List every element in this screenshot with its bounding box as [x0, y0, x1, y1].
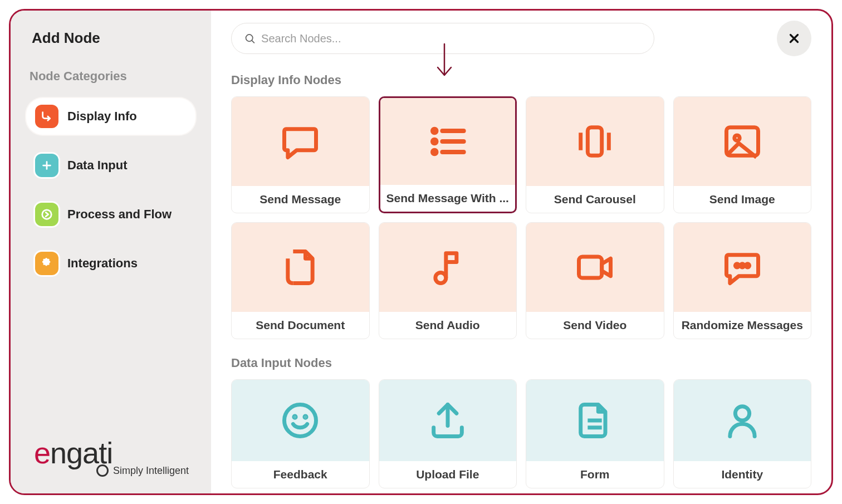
- sidebar-title: Add Node: [32, 30, 195, 47]
- svg-point-14: [294, 416, 296, 418]
- document-icon: [279, 246, 321, 288]
- node-send-image[interactable]: Send Image: [673, 96, 812, 213]
- node-label: Send Message: [232, 186, 369, 213]
- svg-point-11: [741, 264, 744, 267]
- svg-point-15: [305, 416, 306, 418]
- form-icon: [574, 399, 616, 442]
- image-icon: [721, 120, 763, 163]
- svg-rect-5: [588, 128, 602, 156]
- node-send-audio[interactable]: Send Audio: [379, 222, 517, 339]
- category-label: Display Info: [67, 109, 137, 124]
- category-data-input[interactable]: Data Input: [26, 147, 195, 184]
- node-feedback[interactable]: Feedback: [231, 379, 370, 488]
- node-label: Send Audio: [379, 312, 517, 339]
- categories-heading: Node Categories: [30, 69, 195, 84]
- node-send-carousel[interactable]: Send Carousel: [526, 96, 664, 213]
- carousel-icon: [574, 120, 616, 163]
- svg-point-16: [735, 407, 749, 420]
- music-note-icon: [427, 246, 469, 288]
- data-input-grid: Feedback Upload File Form Identity: [231, 379, 811, 488]
- node-upload-file[interactable]: Upload File: [379, 379, 517, 488]
- section-title-display-info: Display Info Nodes: [231, 73, 811, 87]
- node-label: Feedback: [232, 461, 369, 488]
- svg-point-2: [433, 129, 436, 133]
- display-info-grid: Send Message Send Message With ... Send …: [231, 96, 811, 339]
- close-button[interactable]: [777, 21, 811, 56]
- node-label: Upload File: [379, 461, 517, 488]
- brand-logo: engati Simply Intelligent: [34, 436, 189, 477]
- node-identity[interactable]: Identity: [673, 379, 812, 488]
- node-label: Send Message With ...: [380, 185, 516, 212]
- node-label: Send Image: [674, 186, 811, 213]
- puzzle-icon: [35, 252, 58, 275]
- arrow-right-icon: [35, 203, 58, 226]
- svg-point-10: [735, 264, 738, 267]
- annotation-arrow-icon: [434, 43, 455, 77]
- message-icon: [279, 120, 321, 163]
- logo-tagline: Simply Intelligent: [113, 465, 189, 477]
- main-panel: Display Info Nodes Send Message Send Mes…: [211, 11, 831, 493]
- category-label: Process and Flow: [67, 207, 172, 222]
- node-send-document[interactable]: Send Document: [231, 222, 370, 339]
- user-icon: [721, 399, 763, 442]
- node-form[interactable]: Form: [526, 379, 664, 488]
- svg-point-12: [746, 264, 749, 267]
- sidebar: Add Node Node Categories Display Info Da…: [11, 11, 211, 493]
- close-icon: [787, 31, 801, 46]
- svg-point-3: [433, 140, 436, 143]
- list-icon: [427, 120, 469, 163]
- svg-point-7: [735, 135, 740, 141]
- upload-icon: [427, 399, 469, 442]
- category-display-info[interactable]: Display Info: [26, 98, 195, 135]
- node-send-message-with-options[interactable]: Send Message With ...: [379, 96, 517, 213]
- svg-rect-9: [579, 257, 602, 278]
- node-label: Identity: [674, 461, 811, 488]
- search-icon: [244, 32, 256, 45]
- category-integrations[interactable]: Integrations: [26, 245, 195, 282]
- node-label: Send Video: [526, 312, 664, 339]
- app-frame: Add Node Node Categories Display Info Da…: [9, 9, 833, 495]
- svg-point-13: [285, 405, 316, 437]
- category-label: Data Input: [67, 158, 128, 173]
- corner-down-icon: [35, 105, 58, 128]
- svg-point-1: [246, 35, 253, 41]
- section-title-data-input: Data Input Nodes: [231, 356, 811, 370]
- node-send-message[interactable]: Send Message: [231, 96, 370, 213]
- svg-point-0: [42, 210, 52, 219]
- plus-icon: [35, 154, 58, 177]
- category-label: Integrations: [67, 256, 138, 271]
- node-send-video[interactable]: Send Video: [526, 222, 664, 339]
- node-label: Form: [526, 461, 664, 488]
- category-process-flow[interactable]: Process and Flow: [26, 196, 195, 233]
- node-randomize-messages[interactable]: Randomize Messages: [673, 222, 812, 339]
- node-label: Send Document: [232, 312, 369, 339]
- svg-point-4: [433, 150, 436, 154]
- video-icon: [574, 246, 616, 288]
- node-label: Send Carousel: [526, 186, 664, 213]
- ellipsis-message-icon: [721, 246, 763, 288]
- node-label: Randomize Messages: [674, 312, 811, 339]
- smile-icon: [279, 399, 321, 442]
